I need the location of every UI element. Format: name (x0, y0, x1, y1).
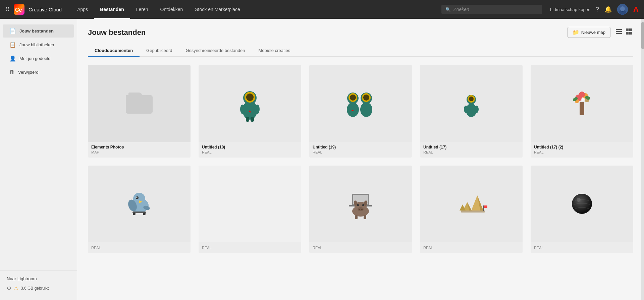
file-card-elements-photos[interactable]: Elements Photos MAP (88, 65, 191, 158)
file-thumb-bird (88, 166, 191, 243)
svg-rect-11 (629, 32, 632, 35)
svg-point-39 (579, 92, 585, 98)
svg-rect-36 (580, 102, 584, 115)
svg-rect-69 (461, 211, 485, 213)
file-card-info-17: Untitled (17) REAL (420, 142, 523, 158)
svg-rect-7 (616, 33, 622, 34)
file-card-untitled-19[interactable]: ★ Untitled (19) REAL (309, 65, 412, 158)
file-card-sphere[interactable]: REAL (531, 166, 633, 253)
adobe-icon[interactable]: A (633, 5, 639, 14)
character-3d-double: ★ (339, 87, 382, 120)
character-sphere (565, 187, 599, 221)
file-thumb-18: ★ (199, 65, 301, 142)
file-name: Elements Photos (91, 145, 187, 149)
file-card-pyramids[interactable]: REAL (420, 166, 523, 253)
character-3d-small (458, 87, 485, 120)
nav-leren[interactable]: Leren (130, 0, 154, 19)
scrollbar-thumb[interactable] (641, 22, 644, 49)
sidebar-item-jouw-bibliotheken[interactable]: 📋 Jouw bibliotheken (3, 38, 74, 51)
svg-rect-68 (364, 215, 366, 219)
file-name: Untitled (17) (2) (534, 145, 630, 149)
search-bar: 🔍 (441, 5, 542, 14)
svg-rect-76 (484, 205, 487, 208)
svg-point-35 (475, 106, 479, 113)
sidebar-label-jouw-bestanden: Jouw bestanden (19, 28, 54, 34)
trash-icon: 🗑 (9, 69, 15, 75)
file-thumb-pyramids (420, 166, 523, 243)
svg-point-60 (358, 207, 364, 211)
file-type: MAP (91, 150, 187, 154)
svg-point-49 (137, 197, 138, 198)
storage-info: ⚙ ⚠ 3,6 GB gebruikt (7, 285, 70, 291)
sidebar: 📄 Jouw bestanden 📋 Jouw bibliotheken 👤 M… (0, 19, 77, 300)
svg-rect-67 (355, 215, 358, 219)
file-card-info-18: Untitled (18) REAL (199, 142, 301, 158)
file-card-info-empty: REAL (199, 242, 301, 253)
search-input[interactable] (453, 7, 538, 12)
svg-point-53 (133, 213, 136, 215)
svg-rect-75 (483, 205, 484, 211)
character-3d-single: ★ (233, 85, 267, 122)
file-thumb-sphere (531, 166, 633, 243)
search-icon: 🔍 (445, 7, 451, 12)
file-thumb-17-2 (531, 65, 633, 142)
file-icon: 📄 (9, 28, 16, 34)
svg-rect-6 (616, 31, 622, 32)
page-title: Jouw bestanden (88, 28, 146, 37)
svg-point-26 (360, 102, 372, 117)
tab-gesynchroniseerde-bestanden[interactable]: Gesynchroniseerde bestanden (179, 45, 252, 57)
svg-point-34 (464, 106, 468, 113)
nav-stock[interactable]: Stock en Marketplace (189, 0, 246, 19)
file-card-bird[interactable]: REAL (88, 166, 191, 253)
topnav: ⠿ Cc Creative Cloud Apps Bestanden Leren… (0, 0, 644, 19)
sidebar-item-met-jou-gedeeld[interactable]: 👤 Met jou gedeeld (3, 52, 74, 65)
svg-point-61 (359, 209, 360, 210)
list-compact-view-button[interactable] (614, 27, 623, 38)
tab-gepubliceerd[interactable]: Gepubliceerd (140, 45, 179, 57)
lightroom-link[interactable]: Naar Lightroom (7, 276, 70, 281)
tab-clouddocumenten[interactable]: Clouddocumenten (88, 45, 140, 57)
svg-point-4 (620, 6, 625, 11)
grid-view-button[interactable] (625, 27, 633, 38)
file-name: Untitled (18) (202, 145, 298, 149)
file-card-untitled-18[interactable]: ★ ••• Untitled (18) REAL (199, 65, 301, 158)
file-type: REAL (202, 150, 298, 154)
nav-links: Apps Bestanden Leren Ontdekken Stock en … (71, 0, 439, 19)
file-thumb-empty (199, 166, 301, 243)
page-scrollbar[interactable] (641, 19, 644, 300)
svg-rect-5 (616, 29, 622, 30)
sidebar-item-verwijderd[interactable]: 🗑 Verwijderd (3, 66, 74, 78)
svg-text:★: ★ (248, 110, 251, 113)
grid-menu-icon[interactable]: ⠿ (5, 6, 10, 13)
file-card-untitled-17[interactable]: Untitled (17) REAL (420, 65, 523, 158)
file-card-untitled-17-2[interactable]: Untitled (17) (2) REAL (531, 65, 633, 158)
file-type: REAL (423, 150, 519, 154)
buy-membership-link[interactable]: Lidmaatschap kopen (550, 7, 590, 12)
file-card-info-boar: REAL (309, 242, 412, 253)
folder-plus-icon: 📁 (573, 29, 579, 36)
nav-apps[interactable]: Apps (71, 0, 94, 19)
svg-rect-19 (251, 117, 254, 122)
settings-icon[interactable]: ⚙ (7, 285, 11, 291)
main-content: Jouw bestanden 📁 Nieuwe map (77, 19, 644, 300)
new-folder-label: Nieuwe map (581, 30, 605, 35)
folder-thumb-area (88, 65, 191, 142)
file-type: REAL (313, 246, 409, 250)
notifications-icon[interactable]: 🔔 (604, 6, 612, 13)
page-header: Jouw bestanden 📁 Nieuwe map (88, 27, 633, 38)
file-thumb-17 (420, 65, 523, 142)
tab-mobiele-creaties[interactable]: Mobiele creaties (252, 45, 297, 57)
file-card-empty[interactable]: REAL (199, 166, 301, 253)
file-type: REAL (423, 246, 519, 250)
file-card-boar[interactable]: REAL (309, 166, 412, 253)
svg-point-42 (581, 98, 585, 101)
file-card-info-17-2: Untitled (17) (2) REAL (531, 142, 633, 158)
sidebar-item-jouw-bestanden[interactable]: 📄 Jouw bestanden (3, 24, 74, 38)
help-icon[interactable]: ? (596, 6, 599, 13)
nav-bestanden[interactable]: Bestanden (94, 0, 130, 19)
nav-ontdekken[interactable]: Ontdekken (154, 0, 189, 19)
file-card-info-elements-photos: Elements Photos MAP (88, 142, 191, 158)
file-card-info-sphere: REAL (531, 242, 633, 253)
new-folder-button[interactable]: 📁 Nieuwe map (568, 27, 610, 38)
avatar[interactable] (617, 4, 628, 15)
